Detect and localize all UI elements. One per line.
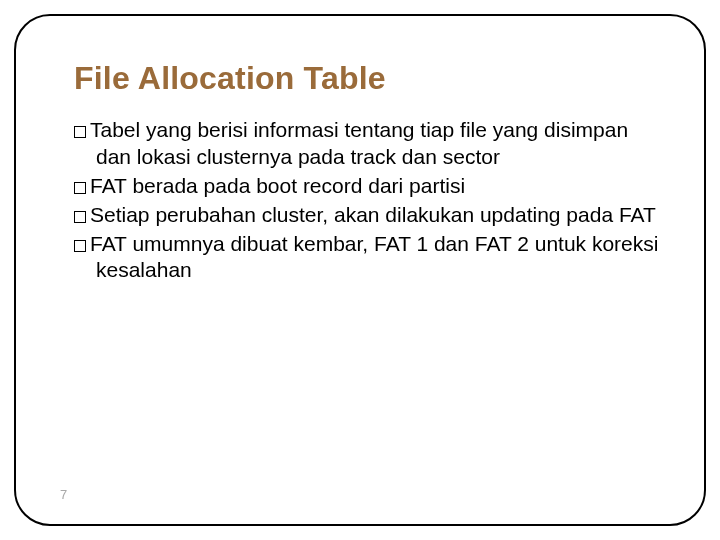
page-number: 7 [60, 487, 67, 502]
square-bullet-icon [74, 240, 86, 252]
list-item: Setiap perubahan cluster, akan dilakukan… [74, 202, 660, 229]
list-item: FAT berada pada boot record dari partisi [74, 173, 660, 200]
bullet-text: Setiap perubahan cluster, akan dilakukan… [90, 203, 656, 226]
square-bullet-icon [74, 126, 86, 138]
slide-title: File Allocation Table [74, 60, 660, 97]
bullet-text: FAT berada pada boot record dari partisi [90, 174, 465, 197]
list-item: Tabel yang berisi informasi tentang tiap… [74, 117, 660, 171]
list-item: FAT umumnya dibuat kembar, FAT 1 dan FAT… [74, 231, 660, 285]
slide-frame: File Allocation Table Tabel yang berisi … [14, 14, 706, 526]
square-bullet-icon [74, 182, 86, 194]
bullet-text: Tabel yang berisi informasi tentang tiap… [90, 118, 628, 168]
slide: File Allocation Table Tabel yang berisi … [0, 0, 720, 540]
bullet-list: Tabel yang berisi informasi tentang tiap… [74, 117, 660, 284]
bullet-text: FAT umumnya dibuat kembar, FAT 1 dan FAT… [90, 232, 658, 282]
square-bullet-icon [74, 211, 86, 223]
